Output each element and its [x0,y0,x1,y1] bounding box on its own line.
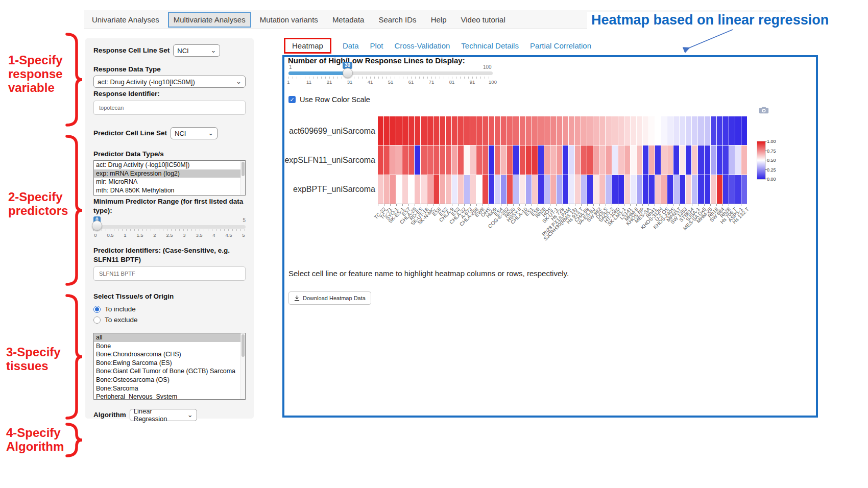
heatmap-cell[interactable] [470,175,476,204]
heatmap-cell[interactable] [464,145,470,174]
heatmap-cell[interactable] [649,116,655,145]
heatmap-cell[interactable] [402,116,408,145]
heatmap-cell[interactable] [569,116,574,145]
heatmap-cell[interactable] [729,145,735,174]
tissue-option[interactable]: Bone:Ewing Sarcoma (ES) [94,359,245,368]
heatmap-cell[interactable] [575,145,581,174]
tissue-option[interactable]: Bone:Osteosarcoma (OS) [94,376,245,384]
heatmap-cell[interactable] [446,145,451,174]
heatmap-cell[interactable] [415,116,420,145]
min-predictor-range-slider[interactable]: 0 5 00.511.522.533.544.55 [93,216,246,241]
heatmap-cell[interactable] [440,145,445,174]
heatmap-row-label[interactable]: expSLFN11_uniSarcoma [284,156,375,165]
heatmap-cell[interactable] [390,175,396,204]
heatmap-cell[interactable] [415,175,420,204]
tab-cross-validation[interactable]: Cross-Validation [394,41,450,50]
heatmap-cell[interactable] [723,116,729,145]
heatmap-cell[interactable] [698,175,704,204]
heatmap-cell[interactable] [507,175,513,204]
heatmap-cell[interactable] [667,116,673,145]
heatmap-cell[interactable] [550,145,556,174]
heatmap-cell[interactable] [557,145,562,174]
heatmap-cell[interactable] [433,145,439,174]
heatmap-cell[interactable] [673,145,679,174]
heatmap-cell[interactable] [717,145,722,174]
heatmap-cell[interactable] [581,145,587,174]
tissue-option[interactable]: Bone [94,342,245,351]
nav-item-video-tutorial[interactable]: Video tutorial [455,12,511,28]
heatmap-cell[interactable] [458,175,464,204]
heatmap-cell[interactable] [661,145,667,174]
heatmap-cell[interactable] [587,145,593,174]
heatmap-cell[interactable] [421,175,426,204]
heatmap-cell[interactable] [593,145,599,174]
tissue-exclude-radio[interactable]: To exclude [93,316,246,324]
heatmap-cell[interactable] [717,116,722,145]
heatmap-cell[interactable] [384,116,390,145]
heatmap-cell[interactable] [705,116,710,145]
predictor-data-type-option[interactable]: mth: DNA 850K Methylation [94,186,245,195]
heatmap-cell[interactable] [396,116,402,145]
heatmap-cell[interactable] [569,145,574,174]
heatmap-cell[interactable] [673,116,679,145]
heatmap-cell[interactable] [587,175,593,204]
heatmap-cell[interactable] [476,145,482,174]
heatmap-cell[interactable] [680,175,685,204]
tissue-listbox[interactable]: allBoneBone:Chondrosarcoma (CHS)Bone:Ewi… [93,333,246,400]
heatmap-cell[interactable] [705,145,710,174]
heatmap-cell[interactable] [544,116,550,145]
heatmap-cell[interactable] [717,175,722,204]
heatmap-cell[interactable] [452,116,457,145]
heatmap-cell[interactable] [655,116,661,145]
heatmap-cell[interactable] [643,145,648,174]
heatmap-cell[interactable] [513,175,519,204]
heatmap-cell[interactable] [637,116,642,145]
tab-plot[interactable]: Plot [370,41,383,50]
heatmap-cell[interactable] [631,175,636,204]
heatmap-cell[interactable] [402,175,408,204]
heatmap-cell[interactable] [538,175,544,204]
heatmap-cell[interactable] [520,145,525,174]
heatmap-cell[interactable] [563,175,568,204]
heatmap-cell[interactable] [544,145,550,174]
tissue-include-radio[interactable]: To include [93,305,246,313]
heatmap-cell[interactable] [489,175,494,204]
heatmap-cell[interactable] [673,175,679,204]
heatmap-cell[interactable] [384,175,390,204]
heatmap-cell[interactable] [692,116,697,145]
heatmap-cell[interactable] [408,116,414,145]
row-color-scale-checkbox[interactable]: ✓ [288,96,296,103]
heatmap-cell[interactable] [557,175,562,204]
heatmap-cell[interactable] [550,116,556,145]
heatmap-cell[interactable] [501,145,507,174]
heatmap-cell[interactable] [618,145,624,174]
predictor-identifiers-input[interactable]: SLFN11 BPTF [93,266,246,281]
heatmap-cell[interactable] [427,175,433,204]
scrollbar[interactable] [240,161,245,195]
heatmap-cell[interactable] [563,116,568,145]
heatmap-cell[interactable] [532,116,538,145]
heatmap-cell[interactable] [711,175,716,204]
heatmap-cell[interactable] [408,145,414,174]
heatmap-cell[interactable] [575,116,581,145]
nav-item-univariate-analyses[interactable]: Univariate Analyses [86,12,165,28]
heatmap-cell[interactable] [593,175,599,204]
heatmap-cell[interactable] [599,145,605,174]
heatmap-cell[interactable] [606,175,611,204]
heatmap-cell[interactable] [735,116,741,145]
heatmap-cell[interactable] [452,145,457,174]
heatmap-cell[interactable] [624,145,630,174]
heatmap-cell[interactable] [581,116,587,145]
heatmap-cell[interactable] [495,175,500,204]
heatmap-cell[interactable] [513,116,519,145]
heatmap-cell[interactable] [433,175,439,204]
heatmap-cell[interactable] [667,175,673,204]
nav-item-metadata[interactable]: Metadata [327,12,370,28]
heatmap-cell[interactable] [532,175,538,204]
heatmap-cell[interactable] [483,116,488,145]
tab-technical-details[interactable]: Technical Details [461,41,519,50]
heatmap-cell[interactable] [637,175,642,204]
heatmap-cell[interactable] [513,145,519,174]
heatmap-cell[interactable] [631,145,636,174]
heatmap-cell[interactable] [692,145,697,174]
